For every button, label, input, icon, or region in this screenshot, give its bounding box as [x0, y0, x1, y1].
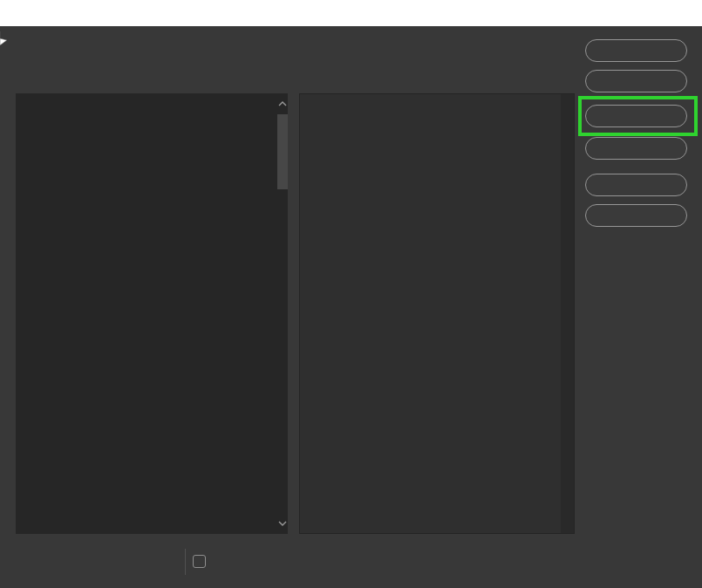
mouse-cursor — [0, 31, 8, 46]
extra-tools-list[interactable] — [299, 93, 575, 534]
extra-tools-scroll-track — [561, 94, 574, 533]
scroll-down-arrow[interactable] — [276, 517, 288, 530]
clear-tools-button[interactable] — [585, 137, 687, 160]
toolbar-list[interactable] — [16, 93, 288, 534]
done-button[interactable] — [585, 39, 687, 62]
restore-defaults-button[interactable] — [585, 105, 687, 127]
cancel-button[interactable] — [585, 70, 687, 92]
dialog-titlebar — [0, 0, 702, 26]
close-icon[interactable] — [672, 0, 693, 26]
scroll-up-arrow[interactable] — [276, 98, 288, 110]
disable-shortcuts-checkbox[interactable] — [193, 555, 206, 568]
load-preset-button[interactable] — [585, 204, 687, 227]
save-preset-button[interactable] — [585, 174, 687, 196]
customize-toolbar-dialog — [0, 0, 702, 588]
bottom-divider — [185, 549, 186, 575]
scrollbar-thumb[interactable] — [277, 114, 288, 189]
